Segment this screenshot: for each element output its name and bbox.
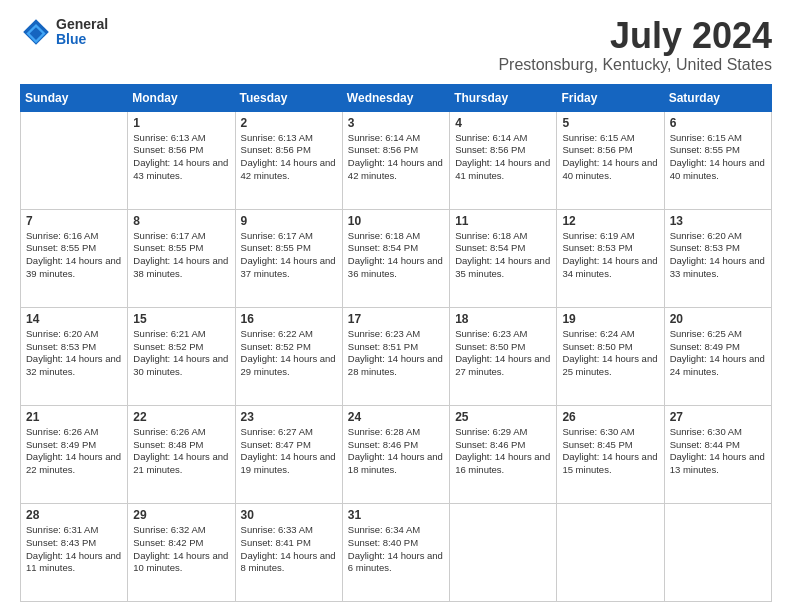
daylight-text: Daylight: 14 hours and 43 minutes.: [133, 157, 228, 181]
daylight-text: Daylight: 14 hours and 36 minutes.: [348, 255, 443, 279]
cell-info: Sunrise: 6:25 AM Sunset: 8:49 PM Dayligh…: [670, 328, 766, 379]
table-cell: [450, 503, 557, 601]
sunrise-text: Sunrise: 6:23 AM: [348, 328, 420, 339]
sunset-text: Sunset: 8:46 PM: [348, 439, 418, 450]
sunrise-text: Sunrise: 6:22 AM: [241, 328, 313, 339]
table-cell: 26 Sunrise: 6:30 AM Sunset: 8:45 PM Dayl…: [557, 405, 664, 503]
daylight-text: Daylight: 14 hours and 28 minutes.: [348, 353, 443, 377]
daylight-text: Daylight: 14 hours and 33 minutes.: [670, 255, 765, 279]
cell-info: Sunrise: 6:14 AM Sunset: 8:56 PM Dayligh…: [455, 132, 551, 183]
daylight-text: Daylight: 14 hours and 8 minutes.: [241, 550, 336, 574]
sunset-text: Sunset: 8:56 PM: [348, 144, 418, 155]
sunrise-text: Sunrise: 6:17 AM: [133, 230, 205, 241]
table-cell: 24 Sunrise: 6:28 AM Sunset: 8:46 PM Dayl…: [342, 405, 449, 503]
sunset-text: Sunset: 8:56 PM: [133, 144, 203, 155]
table-cell: 14 Sunrise: 6:20 AM Sunset: 8:53 PM Dayl…: [21, 307, 128, 405]
day-number: 22: [133, 410, 229, 424]
cell-info: Sunrise: 6:15 AM Sunset: 8:55 PM Dayligh…: [670, 132, 766, 183]
day-number: 27: [670, 410, 766, 424]
sunrise-text: Sunrise: 6:13 AM: [241, 132, 313, 143]
day-number: 6: [670, 116, 766, 130]
cell-info: Sunrise: 6:17 AM Sunset: 8:55 PM Dayligh…: [241, 230, 337, 281]
logo-text: General Blue: [56, 17, 108, 48]
cell-info: Sunrise: 6:15 AM Sunset: 8:56 PM Dayligh…: [562, 132, 658, 183]
table-cell: [21, 111, 128, 209]
cell-info: Sunrise: 6:14 AM Sunset: 8:56 PM Dayligh…: [348, 132, 444, 183]
day-number: 14: [26, 312, 122, 326]
sunset-text: Sunset: 8:51 PM: [348, 341, 418, 352]
sunset-text: Sunset: 8:49 PM: [670, 341, 740, 352]
sunset-text: Sunset: 8:53 PM: [670, 242, 740, 253]
daylight-text: Daylight: 14 hours and 29 minutes.: [241, 353, 336, 377]
day-number: 29: [133, 508, 229, 522]
day-number: 19: [562, 312, 658, 326]
sunset-text: Sunset: 8:54 PM: [455, 242, 525, 253]
week-row-1: 7 Sunrise: 6:16 AM Sunset: 8:55 PM Dayli…: [21, 209, 772, 307]
table-cell: 15 Sunrise: 6:21 AM Sunset: 8:52 PM Dayl…: [128, 307, 235, 405]
daylight-text: Daylight: 14 hours and 39 minutes.: [26, 255, 121, 279]
daylight-text: Daylight: 14 hours and 6 minutes.: [348, 550, 443, 574]
sunset-text: Sunset: 8:48 PM: [133, 439, 203, 450]
table-cell: 28 Sunrise: 6:31 AM Sunset: 8:43 PM Dayl…: [21, 503, 128, 601]
day-number: 12: [562, 214, 658, 228]
cell-info: Sunrise: 6:19 AM Sunset: 8:53 PM Dayligh…: [562, 230, 658, 281]
table-cell: 21 Sunrise: 6:26 AM Sunset: 8:49 PM Dayl…: [21, 405, 128, 503]
day-number: 25: [455, 410, 551, 424]
cell-info: Sunrise: 6:29 AM Sunset: 8:46 PM Dayligh…: [455, 426, 551, 477]
table-cell: 16 Sunrise: 6:22 AM Sunset: 8:52 PM Dayl…: [235, 307, 342, 405]
sunset-text: Sunset: 8:50 PM: [562, 341, 632, 352]
cell-info: Sunrise: 6:22 AM Sunset: 8:52 PM Dayligh…: [241, 328, 337, 379]
day-number: 10: [348, 214, 444, 228]
sunset-text: Sunset: 8:47 PM: [241, 439, 311, 450]
sunset-text: Sunset: 8:40 PM: [348, 537, 418, 548]
col-saturday: Saturday: [664, 84, 771, 111]
calendar-table: Sunday Monday Tuesday Wednesday Thursday…: [20, 84, 772, 602]
sunrise-text: Sunrise: 6:27 AM: [241, 426, 313, 437]
col-thursday: Thursday: [450, 84, 557, 111]
daylight-text: Daylight: 14 hours and 27 minutes.: [455, 353, 550, 377]
sunrise-text: Sunrise: 6:32 AM: [133, 524, 205, 535]
sunrise-text: Sunrise: 6:18 AM: [348, 230, 420, 241]
daylight-text: Daylight: 14 hours and 34 minutes.: [562, 255, 657, 279]
table-cell: 25 Sunrise: 6:29 AM Sunset: 8:46 PM Dayl…: [450, 405, 557, 503]
cell-info: Sunrise: 6:30 AM Sunset: 8:45 PM Dayligh…: [562, 426, 658, 477]
cell-info: Sunrise: 6:33 AM Sunset: 8:41 PM Dayligh…: [241, 524, 337, 575]
daylight-text: Daylight: 14 hours and 24 minutes.: [670, 353, 765, 377]
table-cell: 29 Sunrise: 6:32 AM Sunset: 8:42 PM Dayl…: [128, 503, 235, 601]
header: General Blue July 2024 Prestonsburg, Ken…: [20, 16, 772, 74]
daylight-text: Daylight: 14 hours and 37 minutes.: [241, 255, 336, 279]
week-row-2: 14 Sunrise: 6:20 AM Sunset: 8:53 PM Dayl…: [21, 307, 772, 405]
daylight-text: Daylight: 14 hours and 16 minutes.: [455, 451, 550, 475]
cell-info: Sunrise: 6:27 AM Sunset: 8:47 PM Dayligh…: [241, 426, 337, 477]
table-cell: 3 Sunrise: 6:14 AM Sunset: 8:56 PM Dayli…: [342, 111, 449, 209]
sunrise-text: Sunrise: 6:26 AM: [133, 426, 205, 437]
sunrise-text: Sunrise: 6:28 AM: [348, 426, 420, 437]
sunset-text: Sunset: 8:42 PM: [133, 537, 203, 548]
week-row-0: 1 Sunrise: 6:13 AM Sunset: 8:56 PM Dayli…: [21, 111, 772, 209]
cell-info: Sunrise: 6:18 AM Sunset: 8:54 PM Dayligh…: [455, 230, 551, 281]
col-wednesday: Wednesday: [342, 84, 449, 111]
daylight-text: Daylight: 14 hours and 40 minutes.: [562, 157, 657, 181]
sunrise-text: Sunrise: 6:18 AM: [455, 230, 527, 241]
title-block: July 2024 Prestonsburg, Kentucky, United…: [498, 16, 772, 74]
day-number: 5: [562, 116, 658, 130]
table-cell: 27 Sunrise: 6:30 AM Sunset: 8:44 PM Dayl…: [664, 405, 771, 503]
cell-info: Sunrise: 6:21 AM Sunset: 8:52 PM Dayligh…: [133, 328, 229, 379]
sunset-text: Sunset: 8:50 PM: [455, 341, 525, 352]
week-row-3: 21 Sunrise: 6:26 AM Sunset: 8:49 PM Dayl…: [21, 405, 772, 503]
table-cell: 23 Sunrise: 6:27 AM Sunset: 8:47 PM Dayl…: [235, 405, 342, 503]
table-cell: 12 Sunrise: 6:19 AM Sunset: 8:53 PM Dayl…: [557, 209, 664, 307]
cell-info: Sunrise: 6:30 AM Sunset: 8:44 PM Dayligh…: [670, 426, 766, 477]
sunset-text: Sunset: 8:49 PM: [26, 439, 96, 450]
sunset-text: Sunset: 8:56 PM: [562, 144, 632, 155]
day-number: 30: [241, 508, 337, 522]
daylight-text: Daylight: 14 hours and 38 minutes.: [133, 255, 228, 279]
sunrise-text: Sunrise: 6:24 AM: [562, 328, 634, 339]
col-tuesday: Tuesday: [235, 84, 342, 111]
sunrise-text: Sunrise: 6:14 AM: [348, 132, 420, 143]
day-number: 4: [455, 116, 551, 130]
day-number: 23: [241, 410, 337, 424]
daylight-text: Daylight: 14 hours and 25 minutes.: [562, 353, 657, 377]
table-cell: 30 Sunrise: 6:33 AM Sunset: 8:41 PM Dayl…: [235, 503, 342, 601]
daylight-text: Daylight: 14 hours and 30 minutes.: [133, 353, 228, 377]
